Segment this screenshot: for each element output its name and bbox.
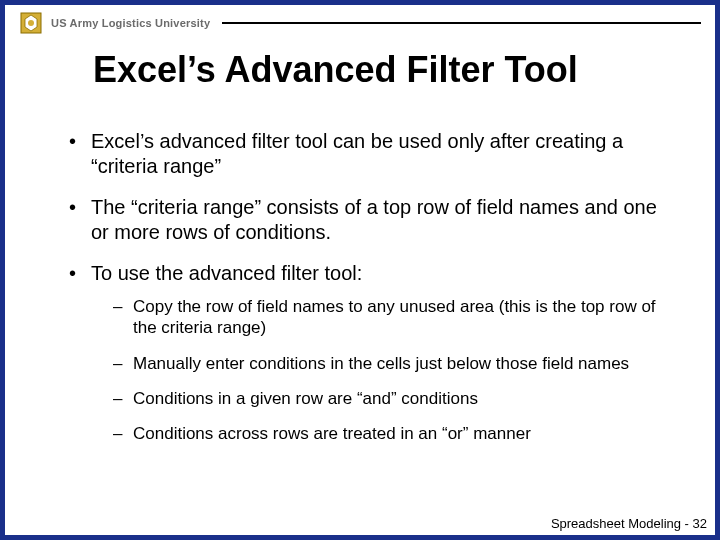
svg-point-1 [28, 20, 34, 26]
bullet-text: The “criteria range” consists of a top r… [91, 196, 657, 243]
slide-content: Excel’s advanced filter tool can be used… [65, 129, 675, 460]
bullet-item: The “criteria range” consists of a top r… [65, 195, 675, 245]
sub-bullet-list: Copy the row of field names to any unuse… [109, 296, 675, 444]
sub-bullet-item: Conditions across rows are treated in an… [109, 423, 675, 444]
slide-footer: Spreadsheet Modeling - 32 [551, 516, 707, 531]
bullet-text: Excel’s advanced filter tool can be used… [91, 130, 623, 177]
header-rule [222, 22, 701, 24]
bullet-item: To use the advanced filter tool: Copy th… [65, 261, 675, 444]
slide: US Army Logistics University Excel’s Adv… [0, 0, 720, 540]
slide-header: US Army Logistics University [19, 11, 701, 35]
sub-bullet-text: Conditions across rows are treated in an… [133, 424, 531, 443]
sub-bullet-text: Conditions in a given row are “and” cond… [133, 389, 478, 408]
bullet-item: Excel’s advanced filter tool can be used… [65, 129, 675, 179]
sub-bullet-text: Manually enter conditions in the cells j… [133, 354, 629, 373]
sub-bullet-item: Conditions in a given row are “and” cond… [109, 388, 675, 409]
crest-icon [19, 11, 43, 35]
header-org: US Army Logistics University [51, 17, 210, 29]
sub-bullet-item: Copy the row of field names to any unuse… [109, 296, 675, 339]
slide-title: Excel’s Advanced Filter Tool [93, 49, 578, 91]
sub-bullet-item: Manually enter conditions in the cells j… [109, 353, 675, 374]
bullet-list: Excel’s advanced filter tool can be used… [65, 129, 675, 444]
sub-bullet-text: Copy the row of field names to any unuse… [133, 297, 656, 337]
bullet-text: To use the advanced filter tool: [91, 262, 362, 284]
